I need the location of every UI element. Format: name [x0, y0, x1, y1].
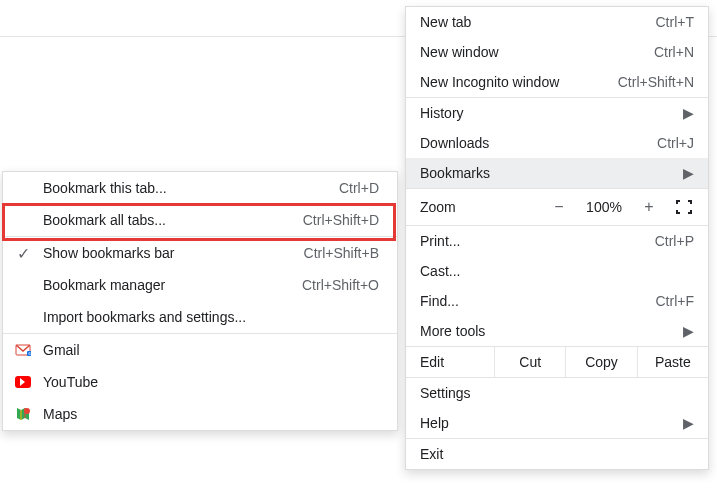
submenu-item-bookmark-this-tab[interactable]: Bookmark this tab... Ctrl+D	[3, 172, 397, 204]
submenu-item-show-bookmarks-bar[interactable]: ✓ Show bookmarks bar Ctrl+Shift+B	[3, 237, 397, 269]
menu-item-more-tools[interactable]: More tools ▶	[406, 316, 708, 346]
fullscreen-icon	[676, 200, 692, 214]
menu-item-history[interactable]: History ▶	[406, 98, 708, 128]
chrome-main-menu: New tab Ctrl+T New window Ctrl+N New Inc…	[405, 6, 709, 470]
zoom-out-button[interactable]: −	[542, 198, 576, 216]
menu-shortcut: Ctrl+P	[655, 233, 694, 249]
submenu-item-bookmark-manager[interactable]: Bookmark manager Ctrl+Shift+O	[3, 269, 397, 301]
menu-item-settings[interactable]: Settings	[406, 378, 708, 408]
submenu-arrow-icon: ▶	[683, 323, 694, 339]
menu-label: Bookmarks	[420, 165, 673, 181]
menu-label: New Incognito window	[420, 74, 618, 90]
menu-label: Cast...	[420, 263, 694, 279]
menu-item-print[interactable]: Print... Ctrl+P	[406, 226, 708, 256]
menu-label: Find...	[420, 293, 656, 309]
fullscreen-button[interactable]	[666, 200, 702, 214]
submenu-arrow-icon: ▶	[683, 165, 694, 181]
maps-icon	[13, 406, 33, 422]
bookmark-label: Gmail	[43, 342, 379, 358]
menu-item-downloads[interactable]: Downloads Ctrl+J	[406, 128, 708, 158]
check-icon: ✓	[13, 244, 33, 263]
submenu-shortcut: Ctrl+Shift+D	[303, 212, 379, 228]
menu-label: Help	[420, 415, 673, 431]
menu-item-find[interactable]: Find... Ctrl+F	[406, 286, 708, 316]
submenu-shortcut: Ctrl+Shift+O	[302, 277, 379, 293]
submenu-arrow-icon: ▶	[683, 415, 694, 431]
bookmark-label: Maps	[43, 406, 379, 422]
menu-label: Print...	[420, 233, 655, 249]
menu-item-bookmarks[interactable]: Bookmarks ▶	[406, 158, 708, 188]
menu-shortcut: Ctrl+F	[656, 293, 695, 309]
bookmark-item-youtube[interactable]: YouTube	[3, 366, 397, 398]
submenu-shortcut: Ctrl+Shift+B	[304, 245, 379, 261]
bookmarks-submenu: Bookmark this tab... Ctrl+D Bookmark all…	[2, 171, 398, 431]
menu-label: New window	[420, 44, 654, 60]
menu-edit-row: Edit Cut Copy Paste	[406, 347, 708, 377]
menu-label: More tools	[420, 323, 673, 339]
menu-item-help[interactable]: Help ▶	[406, 408, 708, 438]
zoom-label: Zoom	[420, 199, 542, 215]
menu-item-exit[interactable]: Exit	[406, 439, 708, 469]
cut-button[interactable]: Cut	[494, 347, 565, 377]
bookmark-item-gmail[interactable]: 6 Gmail	[3, 334, 397, 366]
svg-text:6: 6	[28, 351, 31, 356]
gmail-icon: 6	[13, 342, 33, 358]
menu-item-new-incognito[interactable]: New Incognito window Ctrl+Shift+N	[406, 67, 708, 97]
edit-label: Edit	[406, 347, 494, 377]
paste-button[interactable]: Paste	[637, 347, 708, 377]
menu-item-new-window[interactable]: New window Ctrl+N	[406, 37, 708, 67]
youtube-icon	[13, 376, 33, 388]
menu-shortcut: Ctrl+T	[656, 14, 695, 30]
menu-label: New tab	[420, 14, 656, 30]
menu-shortcut: Ctrl+N	[654, 44, 694, 60]
submenu-item-bookmark-all-tabs[interactable]: Bookmark all tabs... Ctrl+Shift+D	[3, 204, 397, 236]
menu-label: History	[420, 105, 673, 121]
submenu-arrow-icon: ▶	[683, 105, 694, 121]
submenu-label: Bookmark manager	[43, 277, 302, 293]
menu-label: Settings	[420, 385, 694, 401]
svg-point-3	[24, 408, 30, 414]
menu-label: Downloads	[420, 135, 657, 151]
zoom-in-button[interactable]: +	[632, 198, 666, 216]
menu-label: Exit	[420, 446, 694, 462]
submenu-label: Bookmark this tab...	[43, 180, 339, 196]
menu-item-zoom: Zoom − 100% +	[406, 189, 708, 225]
menu-item-cast[interactable]: Cast...	[406, 256, 708, 286]
submenu-shortcut: Ctrl+D	[339, 180, 379, 196]
bookmark-item-maps[interactable]: Maps	[3, 398, 397, 430]
menu-shortcut: Ctrl+Shift+N	[618, 74, 694, 90]
submenu-label: Show bookmarks bar	[43, 245, 304, 261]
menu-item-new-tab[interactable]: New tab Ctrl+T	[406, 7, 708, 37]
submenu-item-import-bookmarks[interactable]: Import bookmarks and settings...	[3, 301, 397, 333]
copy-button[interactable]: Copy	[565, 347, 636, 377]
menu-shortcut: Ctrl+J	[657, 135, 694, 151]
submenu-label: Import bookmarks and settings...	[43, 309, 379, 325]
bookmark-label: YouTube	[43, 374, 379, 390]
submenu-label: Bookmark all tabs...	[43, 212, 303, 228]
zoom-percent: 100%	[576, 199, 632, 215]
